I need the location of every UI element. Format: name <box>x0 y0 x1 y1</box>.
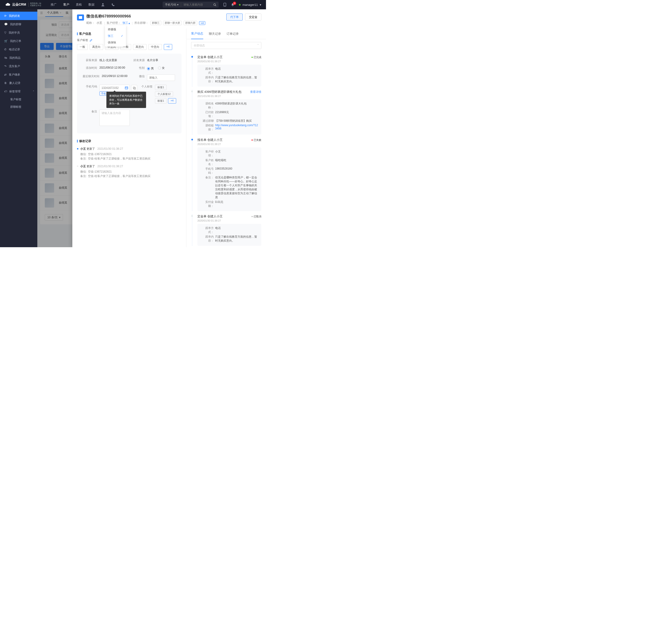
tab-orders[interactable]: 订单记录 <box>226 28 239 39</box>
doc-icon: 🗎 <box>4 81 7 85</box>
top-icons: 5 <box>223 3 234 6</box>
timeline-item: 购买 4399理财课进阶课程大礼包查看详情2021/01/30 01:38:27… <box>192 90 261 134</box>
sidebar-item-calls[interactable]: ✆电话记录 <box>0 45 37 54</box>
user-icon[interactable] <box>101 3 105 7</box>
chevron-down-icon: ˅ <box>257 44 259 47</box>
logo-text: 云朵CRM <box>12 3 26 7</box>
bell-icon[interactable]: 5 <box>231 3 234 6</box>
friend-value: 名片分享 <box>147 58 158 62</box>
edit-icon[interactable] <box>90 39 92 42</box>
dropdown-option-selected[interactable]: 张三✓ <box>105 33 126 39</box>
id-card-icon[interactable] <box>125 86 128 90</box>
phone-icon: ✆ <box>4 48 6 51</box>
chat-icon: 💬 <box>4 23 8 26</box>
sidebar-item-inherit[interactable]: ⇄客户继承 <box>0 70 37 79</box>
timeline-item: 定金单 创建人小王已取消2020/01/30 01:38:27跟单方式：电话跟单… <box>192 214 261 246</box>
phone-number: 13241672152 <box>101 86 125 90</box>
logo[interactable]: 云朵CRM 教育机构一站式服务云平台 <box>5 3 41 7</box>
section-custinfo: 客户信息 <box>79 32 91 36</box>
mgr-select[interactable]: 张三 ▴ <box>122 21 130 25</box>
lastchat-label: 最近聊天时间 <box>82 74 99 78</box>
svg-point-0 <box>102 3 103 5</box>
svg-rect-5 <box>125 87 128 89</box>
search-input[interactable] <box>184 3 211 6</box>
timeline-dot-icon <box>191 139 193 141</box>
remark-label: 备注 <box>82 109 97 114</box>
source-value: 线上-北京昱新 <box>99 58 117 62</box>
sidebar-item-tags[interactable]: 🏷标签管理˄ <box>0 87 37 96</box>
cart-icon: 🛒 <box>4 40 8 43</box>
group-more[interactable]: +4 <box>199 21 205 25</box>
export-icon: ↷ <box>4 65 6 68</box>
gender-male-radio[interactable]: 男 <box>147 67 154 71</box>
mobile-icon[interactable] <box>223 3 226 6</box>
sidebar-item-friends[interactable]: ⟳我的好友 <box>0 12 37 20</box>
search-box[interactable]: 手机号码▾ <box>163 2 219 8</box>
nav-customer[interactable]: 客户 <box>63 3 69 7</box>
chevron-up-icon: ˄ <box>33 90 34 93</box>
friend-label: 好友来源 <box>129 58 145 62</box>
topbar: 云朵CRM 教育机构一站式服务云平台 推广 客户 质检 数据 手机号码▾ 5 m… <box>0 0 266 9</box>
nav-promote[interactable]: 推广 <box>51 3 57 7</box>
wechat-input[interactable] <box>147 74 175 81</box>
group-chip[interactable]: 群聊一群大群 <box>163 21 182 25</box>
sidebar-item-students[interactable]: ▽我的学员 <box>0 28 37 37</box>
nav-qc[interactable]: 质检 <box>76 3 82 7</box>
timeline-dot-icon <box>191 91 193 92</box>
customer-tag[interactable]: 高意向 <box>133 44 146 50</box>
notification-badge: 5 <box>233 2 236 5</box>
sidebar-sub-customer-tags[interactable]: 客户标签 <box>0 96 37 103</box>
activity-filter-select[interactable]: 全部动态˅ <box>191 42 261 49</box>
wx-label: 微信 <box>129 74 145 78</box>
sidebar-item-delrec[interactable]: 🗎删人记录 <box>0 79 37 87</box>
phone-input[interactable]: 13241672152 <box>99 85 130 91</box>
proxy-order-button[interactable]: 代下单 <box>226 14 243 21</box>
personal-tag[interactable]: 个人标签12 <box>155 92 173 97</box>
personal-tag[interactable]: 标签1 <box>155 85 167 90</box>
nav-data[interactable]: 数据 <box>89 3 95 7</box>
customer-tag[interactable]: 高意向 <box>90 44 103 50</box>
cust-tag-label: 客户标签 <box>77 38 88 42</box>
personal-tag[interactable]: 标签1 <box>155 98 167 103</box>
search-type-select[interactable]: 手机号码▾ <box>165 3 181 7</box>
contact-icon <box>77 15 84 21</box>
remark-textarea[interactable]: 请输入备注内容 <box>99 109 130 126</box>
svg-line-2 <box>215 5 216 6</box>
svg-rect-9 <box>133 87 135 89</box>
view-detail-link[interactable]: 查看详情 <box>250 90 261 94</box>
manager-dropdown: 师馨薇 张三✓ 俱保咏 <box>105 25 126 47</box>
group-chip[interactable]: 群聊三 <box>150 21 161 25</box>
sidebar-sub-group-tags[interactable]: 群聊标签 <box>0 103 37 110</box>
gender-label: 性别 <box>129 66 145 70</box>
phone-merge-tooltip: 查询到此手机号码在系统中已存在，可以将两条客户数据合并为一条 <box>106 92 146 108</box>
search-icon[interactable] <box>213 3 216 6</box>
user-menu[interactable]: manager11 ▾ <box>239 3 261 6</box>
tab-chat[interactable]: 聊天记录 <box>209 28 221 39</box>
gender-female-radio[interactable]: 女 <box>158 66 165 70</box>
sidebar-item-orders[interactable]: 🛒我的订单 <box>0 37 37 45</box>
sidebar-item-groups[interactable]: 💬我的群聊 <box>0 20 37 28</box>
phone-icon[interactable] <box>111 3 115 7</box>
customer-tag-more[interactable]: +4 <box>164 44 172 50</box>
svg-point-1 <box>214 3 216 5</box>
mgr-label: 客户经理： <box>106 21 121 25</box>
customer-tag[interactable]: 中意向 <box>148 44 162 50</box>
source-label: 获客来源 <box>82 58 97 62</box>
section-modrec: 修改记录 <box>79 139 91 143</box>
addtime-label: 添加时间 <box>82 66 97 70</box>
chevron-down-icon: ▾ <box>260 3 261 6</box>
sidebar-item-lost[interactable]: ↷流失客户 <box>0 62 37 70</box>
customer-tag[interactable]: 一般 <box>77 44 88 50</box>
copy-button[interactable] <box>131 85 137 91</box>
personal-tag-more[interactable]: +4 <box>168 98 176 103</box>
sidebar-item-goods[interactable]: 🛍我的商品 <box>0 54 37 62</box>
dropdown-option[interactable]: 俱保咏 <box>105 39 126 46</box>
group-chip[interactable]: 群聊六群 <box>184 21 197 25</box>
tag-icon: 🏷 <box>4 90 7 93</box>
ptag-label: 个人标签 <box>137 85 152 89</box>
dropdown-option[interactable]: 师馨薇 <box>105 26 126 33</box>
reload-icon: ⟳ <box>4 14 6 18</box>
svg-point-6 <box>125 88 126 88</box>
deposit-button[interactable]: 交定金 <box>245 14 261 21</box>
tab-activity[interactable]: 客户动态 <box>191 28 203 39</box>
